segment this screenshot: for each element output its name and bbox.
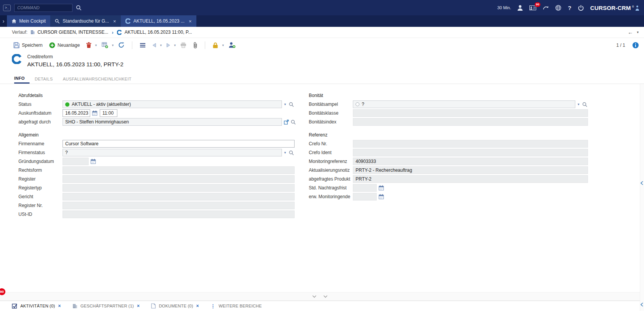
close-icon[interactable]: × xyxy=(189,18,192,24)
tab-ausfallwahrscheinlichkeit[interactable]: AUSFALLWAHRSCHEINLICHKEIT xyxy=(58,74,137,84)
history-back-icon[interactable]: ← xyxy=(628,29,633,35)
attachment-button[interactable] xyxy=(191,41,199,50)
tab-details[interactable]: DETAILS xyxy=(30,74,58,84)
command-search-icon[interactable] xyxy=(76,5,82,11)
add-person-button[interactable] xyxy=(227,40,237,50)
calendar-icon[interactable] xyxy=(92,110,97,116)
dropdown-icon[interactable]: ▾ xyxy=(284,151,286,154)
auskunftsdatum-date-value: 16.05.2023 xyxy=(65,110,88,116)
bonitaetsindex-field xyxy=(353,118,588,126)
ustid-field[interactable] xyxy=(63,210,295,218)
lookup-icon[interactable] xyxy=(289,102,294,107)
lock-button[interactable] xyxy=(211,41,220,50)
tab-aktuell[interactable]: AKTUELL, 16.05.2023 ... × xyxy=(121,15,196,27)
new-button[interactable]: Neuanlage xyxy=(47,41,82,50)
record-type-label: Creditreform xyxy=(27,54,124,59)
status-field[interactable]: AKTUELL - aktiv (aktuellster) xyxy=(63,100,282,108)
arrow-left-icon xyxy=(152,43,156,48)
creditreform-logo xyxy=(12,54,22,64)
close-icon[interactable]: × xyxy=(137,303,140,309)
previous-dropdown-icon[interactable]: ▾ xyxy=(160,43,162,47)
firmenstatus-value: ? xyxy=(65,150,68,155)
registernr-label: Register Nr. xyxy=(18,203,63,208)
status-value: AKTUELL - aktiv (aktuellster) xyxy=(72,102,131,107)
history-dropdown-icon[interactable]: ▾ xyxy=(637,30,639,34)
auskunftsdatum-time-field[interactable]: 11:00 xyxy=(100,109,117,117)
auskunftsdatum-date-field[interactable]: 16.05.2023 xyxy=(63,109,90,117)
notification-badge: 90 xyxy=(535,2,541,7)
breadcrumb-item-company[interactable]: CURSOR GIEßEN, INTERESSE... xyxy=(38,30,109,35)
close-icon[interactable]: × xyxy=(196,303,199,309)
lookup-icon[interactable] xyxy=(291,120,296,125)
toolbar-divider xyxy=(205,41,205,49)
aktualisierungsnotiz-value: PRTY-2 - Rechercheauftrag xyxy=(356,168,412,173)
breadcrumb-item-record[interactable]: AKTUELL, 16.05.2023 11:00, P... xyxy=(125,30,192,35)
delete-dropdown-icon[interactable]: ▾ xyxy=(95,43,97,47)
section-bonitaet: Bonität xyxy=(309,92,588,99)
previous-record-button[interactable] xyxy=(150,41,158,49)
lookup-icon[interactable] xyxy=(289,150,294,155)
info-icon[interactable] xyxy=(632,42,639,48)
menu-button[interactable] xyxy=(138,41,148,49)
lock-dropdown-icon[interactable]: ▾ xyxy=(222,43,224,47)
bottom-tab-aktivitaeten[interactable]: AKTIVITÄTEN (0) × xyxy=(12,303,61,309)
registertyp-field[interactable] xyxy=(63,184,295,192)
field-row-status: Status AKTUELL - aktiv (aktuellster) ▾ xyxy=(18,100,296,108)
rechtsform-field[interactable] xyxy=(63,166,295,174)
notifications-icon[interactable]: 90 xyxy=(529,5,536,10)
tab-mein-cockpit[interactable]: Mein Cockpit xyxy=(7,15,50,27)
calendar-icon[interactable] xyxy=(379,194,384,199)
refresh-button[interactable] xyxy=(116,40,127,50)
new-from-template-button[interactable] xyxy=(100,40,110,50)
close-icon[interactable]: × xyxy=(113,18,116,24)
bottom-tab-dokumente[interactable]: DOKUMENTE (0) × xyxy=(151,303,199,309)
nachtragsfrist-field[interactable] xyxy=(353,184,377,192)
dropdown-icon[interactable]: ▾ xyxy=(578,102,580,106)
help-icon[interactable]: ? xyxy=(568,5,571,11)
print-button[interactable] xyxy=(178,41,188,49)
expand-side-panel-icon[interactable] xyxy=(641,181,643,185)
logout-power-icon[interactable] xyxy=(578,5,584,11)
next-dropdown-icon[interactable]: ▾ xyxy=(174,43,176,47)
abgefragt-durch-field[interactable]: SHO - Steffen Hommrighausen xyxy=(63,118,282,126)
calendar-icon[interactable] xyxy=(91,159,96,164)
collapse-chevron-icon[interactable] xyxy=(323,295,328,298)
rechtsform-label: Rechtsform xyxy=(18,168,63,173)
tabs-overflow-chevron-icon[interactable]: › xyxy=(0,15,7,27)
command-input[interactable] xyxy=(14,4,72,12)
open-record-icon[interactable] xyxy=(284,120,289,125)
tab-standardsuche[interactable]: Standardsuche für G... × xyxy=(50,15,120,27)
firmenname-field[interactable]: Cursor Software xyxy=(63,140,295,148)
bottom-tab-weitere-bereiche[interactable]: ⋮ WEITERE BEREICHE xyxy=(211,303,262,309)
close-icon[interactable]: × xyxy=(58,303,61,309)
calendar-icon[interactable] xyxy=(379,185,384,191)
company-icon xyxy=(30,30,35,35)
collapse-chevron-icon[interactable] xyxy=(312,295,316,298)
crefoident-label: Crefo Ident xyxy=(309,150,353,155)
paperclip-icon xyxy=(193,42,198,48)
gruendungsdatum-label: Gründungsdatum xyxy=(18,159,63,164)
dropdown-icon[interactable]: ▾ xyxy=(284,102,286,106)
expand-bottom-panel-icon[interactable] xyxy=(641,302,643,307)
field-row-bonitaetsindex: Bonitätsindex xyxy=(309,118,588,126)
firmenstatus-field[interactable]: ? xyxy=(63,149,282,156)
tab-info[interactable]: INFO xyxy=(14,74,30,84)
gruendungsdatum-field[interactable] xyxy=(63,158,89,165)
registernr-field[interactable] xyxy=(63,202,295,209)
lookup-icon[interactable] xyxy=(582,102,587,107)
section-allgemein: Allgemein xyxy=(18,131,296,139)
save-button[interactable]: Speichern xyxy=(12,41,44,50)
delete-button[interactable] xyxy=(84,41,93,49)
undo-icon[interactable] xyxy=(543,5,549,10)
next-record-button[interactable] xyxy=(165,41,172,49)
globe-icon[interactable] xyxy=(555,5,561,11)
brand-text: CURSOR-CRM xyxy=(590,5,631,11)
register-field[interactable] xyxy=(63,175,295,183)
gericht-field[interactable] xyxy=(63,193,295,201)
template-dropdown-icon[interactable]: ▾ xyxy=(112,43,114,47)
bonitaetsampel-field[interactable]: ? xyxy=(353,100,575,108)
bottom-tab-geschaeftspartner[interactable]: GESCHÄFTSPARTNER (1) × xyxy=(72,303,140,309)
trash-icon xyxy=(86,42,91,48)
monitoringende-field[interactable] xyxy=(353,193,377,201)
user-icon[interactable] xyxy=(517,5,523,11)
